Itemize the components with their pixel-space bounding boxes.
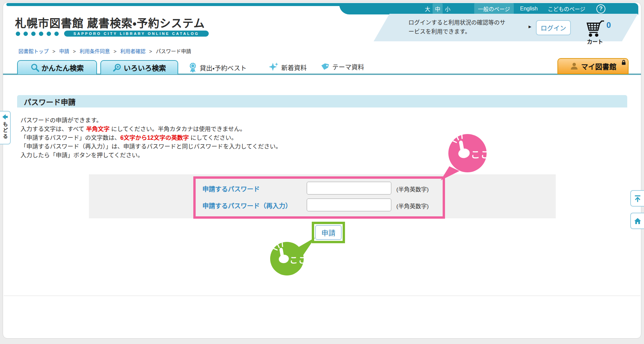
tab-simple-search-label: かんたん検索: [42, 62, 84, 73]
breadcrumb-separator: >: [113, 48, 116, 54]
password-confirm-input[interactable]: [307, 199, 391, 211]
breadcrumb: 図書館トップ > 申請 > 利用条件同意 > 利用者確認 > パスワード申請: [18, 47, 191, 54]
description-line: 「申請するパスワード」の文字数は、6文字から12文字の英数字 にしてください。: [20, 133, 282, 142]
password-confirm-format-note: (半角英数字): [396, 202, 429, 210]
pointer-balloon-label: ここ: [471, 147, 490, 161]
to-top-icon: [634, 195, 642, 203]
logo-dot: [23, 32, 28, 36]
password-label: 申請するパスワード: [202, 184, 260, 193]
description-text: にしてください。半角カタカナは使用できません。: [109, 126, 246, 132]
cart-button[interactable]: 0 カート: [585, 16, 632, 43]
description-line: 「申請するパスワード（再入力）」は、申請するパスワードと同じパスワードを入力して…: [20, 142, 282, 151]
password-input[interactable]: [307, 182, 391, 195]
tab-various-search-label: いろいろ検索: [124, 62, 166, 73]
breadcrumb-link-top[interactable]: 図書館トップ: [18, 48, 49, 54]
sparkle-icon: [269, 62, 279, 72]
description-text: 入力する文字は、すべて: [20, 126, 86, 132]
pointer-balloon-pink: ここ: [439, 132, 490, 182]
nav-link-best[interactable]: 貸出・予約ベスト: [188, 62, 247, 73]
breadcrumb-link-user-confirm[interactable]: 利用者確認: [120, 48, 145, 54]
description-text: にしてください。: [189, 134, 237, 141]
search-icon: [31, 63, 40, 72]
cart-icon: [585, 20, 604, 37]
nav-link-theme[interactable]: テーマ資料: [320, 62, 364, 71]
home-icon: [634, 217, 642, 225]
breadcrumb-separator: >: [73, 48, 76, 54]
breadcrumb-link-terms[interactable]: 利用条件同意: [80, 48, 110, 54]
topbar-strip: [6, 3, 342, 6]
home-button[interactable]: [630, 213, 644, 229]
back-button[interactable]: もどる: [0, 111, 11, 144]
back-button-label: もどる: [2, 122, 9, 140]
logo-dot: [54, 32, 59, 36]
font-size-medium-button[interactable]: 中: [433, 3, 443, 14]
breadcrumb-link-application[interactable]: 申請: [59, 48, 69, 54]
logo-dot: [47, 32, 51, 36]
logo-dot: [39, 32, 43, 36]
cart-label: カート: [585, 37, 605, 45]
breadcrumb-separator: >: [52, 48, 55, 54]
logo-dot: [31, 32, 36, 36]
lock-icon: [621, 59, 626, 65]
rosette-icon: [188, 62, 197, 73]
password-format-note: (半角英数字): [396, 185, 429, 193]
search-plus-icon: [113, 63, 122, 72]
login-button[interactable]: ログイン: [536, 20, 571, 35]
tab-underline: [3, 74, 641, 75]
arrow-right-icon: ▶: [529, 25, 531, 29]
tab-simple-search[interactable]: かんたん検索: [17, 60, 97, 74]
cart-count: 0: [606, 20, 611, 30]
arrow-left-icon: [2, 114, 8, 120]
submit-button[interactable]: 申請: [315, 225, 342, 240]
site-logo-title[interactable]: 札幌市図書館 蔵書検索・予約システム: [15, 14, 205, 31]
page-description: パスワードの申請ができます。 入力する文字は、すべて 半角文字 にしてください。…: [20, 116, 282, 160]
font-size-large-button[interactable]: 大: [423, 3, 433, 14]
tab-my-library-label: マイ図書館: [581, 61, 616, 71]
site-subtitle: SAPPORO CITY LIBRARY ONLINE CATALOG: [64, 31, 209, 37]
description-emphasis: 半角文字: [86, 126, 109, 132]
font-size-small-button[interactable]: 小: [443, 3, 453, 14]
nav-link-best-label: 貸出・予約ベスト: [200, 63, 247, 72]
scroll-to-top-button[interactable]: [630, 190, 644, 207]
general-page-link[interactable]: 一般のページ: [474, 3, 514, 14]
tab-various-search[interactable]: いろいろ検索: [100, 60, 178, 74]
pointer-balloon-green: ここ: [265, 234, 318, 278]
tab-my-library[interactable]: マイ図書館: [557, 58, 629, 74]
topbar: 大 中 小 一般のページ English こどものページ ?: [339, 3, 638, 14]
tag-icon: [320, 62, 330, 71]
pointer-balloon-label: ここ: [290, 254, 307, 265]
description-text: 「申請するパスワード」の文字数は、: [20, 134, 120, 141]
nav-link-theme-label: テーマ資料: [332, 62, 364, 71]
breadcrumb-separator: >: [149, 48, 152, 54]
nav-link-new-label: 新着資料: [281, 63, 307, 72]
form-highlight-box: 申請するパスワード (半角英数字) 申請するパスワード（再入力） (半角英数字): [193, 176, 445, 219]
description-line: 入力したら「申請」ボタンを押してください。: [20, 151, 282, 160]
nav-link-new-arrivals[interactable]: 新着資料: [269, 62, 307, 72]
site-logo-subtitle-row: SAPPORO CITY LIBRARY ONLINE CATALOG: [16, 31, 209, 37]
page-card: 大 中 小 一般のページ English こどものページ ? 札幌市図書館 蔵書…: [3, 2, 641, 339]
password-confirm-label: 申請するパスワード（再入力）: [202, 201, 292, 210]
kids-page-link[interactable]: こどものページ: [544, 3, 589, 14]
breadcrumb-current: パスワード申請: [156, 48, 191, 54]
description-emphasis: 6文字から12文字の英数字: [120, 134, 189, 141]
login-message: ログインすると利用状況の確認等のサービスを利用できます。: [408, 18, 510, 36]
logo-dot: [16, 32, 20, 36]
login-panel: ログインすると利用状況の確認等のサービスを利用できます。 ▶ ログイン 0 カー…: [382, 14, 630, 41]
help-icon[interactable]: ?: [596, 4, 605, 13]
bottom-divider: [4, 296, 640, 296]
page-title-bar: パスワード申請: [17, 95, 627, 108]
english-link[interactable]: English: [516, 4, 541, 13]
description-line: 入力する文字は、すべて 半角文字 にしてください。半角カタカナは使用できません。: [20, 125, 282, 133]
description-line: パスワードの申請ができます。: [20, 116, 282, 125]
page-title: パスワード申請: [17, 96, 76, 107]
person-icon: [570, 62, 579, 71]
